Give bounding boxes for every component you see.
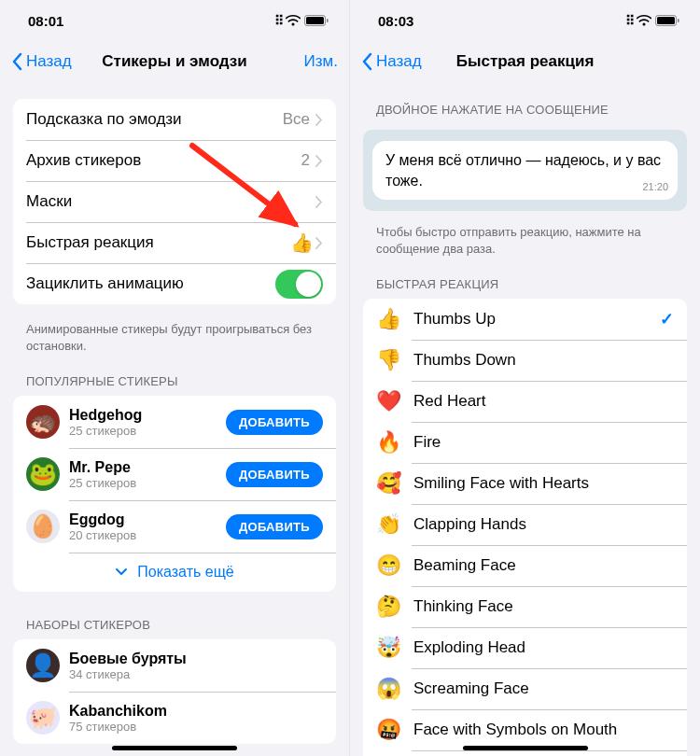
- reaction-emoji-icon: 👍: [376, 307, 400, 331]
- reaction-emoji-icon: 🤯: [376, 636, 400, 660]
- reaction-option[interactable]: 😁Beaming Face: [363, 545, 687, 586]
- svg-rect-2: [327, 19, 329, 22]
- popular-stickers-header: ПОПУЛЯРНЫЕ СТИКЕРЫ: [0, 357, 349, 396]
- reaction-option[interactable]: 🥰Smiling Face with Hearts: [363, 463, 687, 504]
- quick-reaction-header: БЫСТРАЯ РЕАКЦИЯ: [350, 260, 700, 299]
- sticker-set-row[interactable]: 👤Боевые буряты34 стикера: [13, 639, 336, 692]
- message-text: У меня всё отлично — надеюсь, и у вас то…: [385, 152, 661, 189]
- loop-toggle[interactable]: [275, 270, 323, 299]
- sticker-name: Eggdog: [69, 511, 217, 528]
- popular-stickers-list: 🦔Hedgehog25 стикеровДОБАВИТЬ🐸Mr. Pepe25 …: [13, 396, 336, 592]
- add-button[interactable]: ДОБАВИТЬ: [226, 514, 323, 539]
- svg-rect-1: [306, 17, 324, 24]
- wifi-icon: [637, 13, 651, 29]
- reaction-label: Clapping Hands: [413, 515, 674, 534]
- reaction-option[interactable]: 🔥Fire: [363, 422, 687, 463]
- chevron-right-icon: [315, 237, 323, 249]
- add-button[interactable]: ДОБАВИТЬ: [226, 462, 323, 487]
- sticker-avatar: 🐸: [26, 457, 60, 491]
- sticker-count: 25 стикеров: [69, 476, 217, 490]
- reaction-emoji-icon: 😁: [376, 553, 400, 578]
- chevron-right-icon: [315, 196, 323, 208]
- row-masks[interactable]: Маски: [13, 181, 336, 222]
- sticker-set-row[interactable]: 🐖Kabanchikom75 стикеров: [13, 692, 336, 744]
- screen-quick-reaction: 08:03 ⠿ Назад Быстрая реакция ДВОЙНОЕ НА…: [350, 0, 700, 756]
- reaction-label: Thumbs Down: [413, 351, 674, 370]
- home-indicator: [112, 746, 237, 750]
- status-time: 08:03: [378, 13, 413, 29]
- screen-stickers-settings: 08:01 ⠿ Назад Стикеры и эмодзи Изм. Подс…: [0, 0, 350, 756]
- battery-icon: [304, 13, 329, 29]
- reaction-option[interactable]: 😢Crying Face: [363, 750, 687, 756]
- row-label: Зациклить анимацию: [26, 274, 275, 293]
- reaction-emoji-icon: 🤔: [376, 595, 400, 619]
- back-button[interactable]: Назад: [361, 52, 422, 71]
- reaction-option[interactable]: 🤔Thinking Face: [363, 586, 687, 627]
- back-button[interactable]: Назад: [11, 52, 72, 71]
- sticker-count: 34 стикера: [69, 667, 323, 681]
- reaction-label: Face with Symbols on Mouth: [413, 721, 674, 739]
- checkmark-icon: ✓: [660, 309, 674, 329]
- row-value: 2: [301, 151, 310, 170]
- sticker-name: Kabanchikom: [69, 703, 323, 720]
- sticker-name: Боевые буряты: [69, 651, 323, 667]
- status-time: 08:01: [28, 13, 63, 29]
- sticker-pack-row[interactable]: 🥚Eggdog20 стикеровДОБАВИТЬ: [13, 500, 336, 553]
- reaction-label: Fire: [413, 433, 674, 452]
- cellular-icon: ⠿: [625, 13, 633, 28]
- status-bar: 08:03 ⠿: [350, 0, 700, 41]
- show-more-label: Показать ещё: [137, 564, 233, 581]
- row-emoji-hint[interactable]: Подсказка по эмодзи Все: [13, 99, 336, 140]
- sticker-avatar: 👤: [26, 649, 60, 682]
- loop-footer-note: Анимированные стикеры будут проигрыватьс…: [0, 314, 349, 357]
- reactions-list: 👍Thumbs Up✓👎Thumbs Down❤️Red Heart🔥Fire🥰…: [363, 299, 687, 756]
- reaction-label: Screaming Face: [413, 679, 674, 698]
- message-time: 21:20: [642, 180, 668, 194]
- reaction-emoji-icon: 🤬: [376, 718, 400, 742]
- reaction-option[interactable]: 👍Thumbs Up✓: [363, 299, 687, 340]
- sticker-sets-list: 👤Боевые буряты34 стикера🐖Kabanchikom75 с…: [13, 639, 336, 744]
- sticker-count: 20 стикеров: [69, 528, 217, 542]
- thumbs-up-icon: 👍: [290, 231, 314, 254]
- reaction-option[interactable]: 😱Screaming Face: [363, 668, 687, 709]
- reaction-option[interactable]: ❤️Red Heart: [363, 381, 687, 422]
- preview-note: Чтобы быстро отправить реакцию, нажмите …: [350, 217, 700, 260]
- reaction-label: Red Heart: [413, 392, 674, 411]
- sticker-pack-row[interactable]: 🐸Mr. Pepe25 стикеровДОБАВИТЬ: [13, 448, 336, 500]
- row-label: Архив стикеров: [26, 151, 301, 170]
- reaction-label: Beaming Face: [413, 556, 674, 575]
- sticker-name: Mr. Pepe: [69, 459, 217, 476]
- reaction-emoji-icon: 👎: [376, 348, 400, 372]
- page-title: Стикеры и эмодзи: [102, 52, 246, 71]
- reaction-option[interactable]: 👏Clapping Hands: [363, 504, 687, 545]
- wifi-icon: [286, 13, 301, 29]
- reaction-option[interactable]: 👎Thumbs Down: [363, 340, 687, 381]
- chevron-right-icon: [315, 114, 323, 126]
- add-button[interactable]: ДОБАВИТЬ: [226, 410, 323, 435]
- row-label: Быстрая реакция: [26, 233, 290, 252]
- reaction-label: Thumbs Up: [413, 310, 647, 329]
- reaction-emoji-icon: 👏: [376, 512, 400, 537]
- sticker-count: 25 стикеров: [69, 424, 217, 438]
- battery-icon: [655, 13, 679, 29]
- nav-bar: Назад Быстрая реакция: [350, 41, 700, 82]
- reaction-option[interactable]: 🤯Exploding Head: [363, 627, 687, 668]
- row-sticker-archive[interactable]: Архив стикеров 2: [13, 140, 336, 181]
- show-more-button[interactable]: Показать ещё: [13, 553, 336, 592]
- sticker-pack-row[interactable]: 🦔Hedgehog25 стикеровДОБАВИТЬ: [13, 396, 336, 448]
- chevron-down-icon: [115, 567, 128, 577]
- home-indicator: [463, 746, 588, 750]
- reaction-emoji-icon: 🔥: [376, 430, 400, 455]
- message-bubble: У меня всё отлично — надеюсь, и у вас то…: [372, 141, 678, 200]
- row-loop-animation: Зациклить анимацию: [13, 263, 336, 304]
- row-value: Все: [283, 110, 310, 129]
- reaction-option[interactable]: 🤬Face with Symbols on Mouth: [363, 709, 687, 750]
- row-label: Маски: [26, 192, 315, 211]
- reaction-emoji-icon: ❤️: [376, 389, 400, 413]
- sticker-count: 75 стикеров: [69, 720, 323, 734]
- back-label: Назад: [26, 52, 72, 71]
- svg-rect-6: [678, 19, 679, 22]
- svg-rect-5: [657, 17, 675, 24]
- row-quick-reaction[interactable]: Быстрая реакция 👍: [13, 222, 336, 263]
- edit-button[interactable]: Изм.: [304, 52, 338, 71]
